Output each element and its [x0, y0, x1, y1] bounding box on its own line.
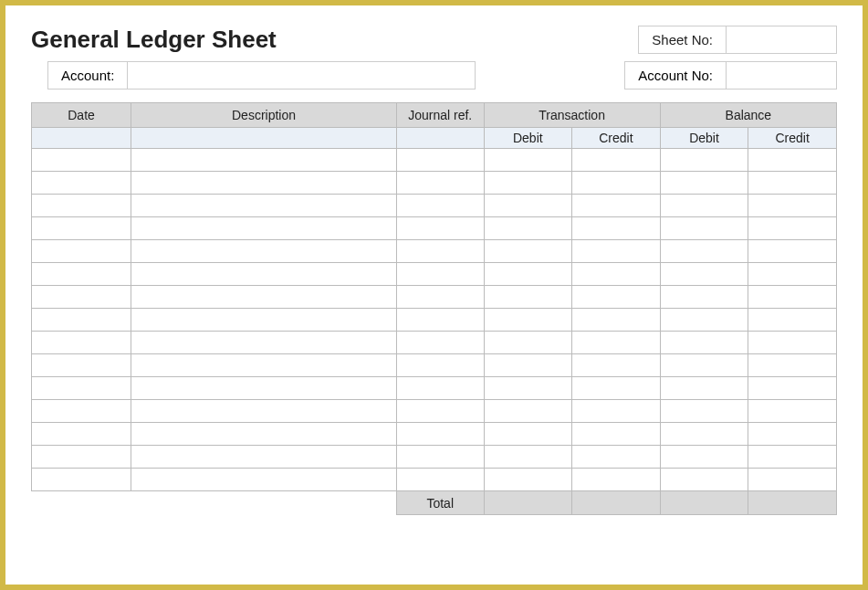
cell-bal_debit[interactable] [660, 263, 748, 286]
cell-journal_ref[interactable] [396, 263, 484, 286]
cell-description[interactable] [131, 195, 397, 217]
cell-date[interactable] [32, 423, 131, 446]
cell-description[interactable] [131, 217, 397, 240]
cell-journal_ref[interactable] [396, 446, 484, 469]
cell-bal_credit[interactable] [748, 240, 837, 263]
cell-bal_credit[interactable] [748, 332, 837, 354]
cell-journal_ref[interactable] [396, 332, 484, 354]
cell-trans_debit[interactable] [484, 400, 572, 423]
cell-description[interactable] [131, 309, 397, 332]
cell-journal_ref[interactable] [396, 286, 484, 309]
cell-journal_ref[interactable] [396, 195, 484, 217]
cell-journal_ref[interactable] [396, 172, 484, 195]
cell-bal_credit[interactable] [748, 217, 837, 240]
cell-date[interactable] [32, 195, 131, 217]
cell-journal_ref[interactable] [396, 400, 484, 423]
cell-bal_credit[interactable] [748, 423, 837, 446]
cell-trans_debit[interactable] [484, 149, 572, 172]
cell-bal_credit[interactable] [748, 309, 837, 332]
cell-description[interactable] [131, 446, 397, 469]
cell-trans_credit[interactable] [572, 263, 661, 286]
cell-trans_credit[interactable] [572, 400, 661, 423]
cell-bal_debit[interactable] [660, 332, 748, 354]
account-no-value[interactable] [727, 62, 836, 89]
cell-date[interactable] [32, 354, 131, 377]
cell-trans_debit[interactable] [484, 240, 572, 263]
cell-trans_debit[interactable] [484, 195, 572, 217]
cell-trans_credit[interactable] [572, 149, 661, 172]
cell-journal_ref[interactable] [396, 149, 484, 172]
cell-bal_debit[interactable] [660, 354, 748, 377]
cell-trans_credit[interactable] [572, 354, 661, 377]
sheet-no-value[interactable] [727, 26, 836, 53]
cell-description[interactable] [131, 423, 397, 446]
cell-bal_credit[interactable] [748, 354, 837, 377]
cell-trans_debit[interactable] [484, 286, 572, 309]
cell-description[interactable] [131, 240, 397, 263]
cell-journal_ref[interactable] [396, 423, 484, 446]
cell-trans_credit[interactable] [572, 286, 661, 309]
cell-bal_credit[interactable] [748, 263, 837, 286]
cell-trans_debit[interactable] [484, 263, 572, 286]
cell-description[interactable] [131, 149, 397, 172]
cell-bal_debit[interactable] [660, 172, 748, 195]
cell-trans_debit[interactable] [484, 217, 572, 240]
cell-bal_debit[interactable] [660, 149, 748, 172]
cell-journal_ref[interactable] [396, 377, 484, 400]
cell-trans_credit[interactable] [572, 195, 661, 217]
account-value[interactable] [128, 62, 475, 89]
cell-date[interactable] [32, 332, 131, 354]
cell-journal_ref[interactable] [396, 354, 484, 377]
cell-trans_debit[interactable] [484, 469, 572, 491]
cell-bal_debit[interactable] [660, 240, 748, 263]
cell-bal_debit[interactable] [660, 446, 748, 469]
cell-date[interactable] [32, 217, 131, 240]
cell-date[interactable] [32, 263, 131, 286]
cell-bal_credit[interactable] [748, 172, 837, 195]
cell-bal_debit[interactable] [660, 286, 748, 309]
cell-trans_credit[interactable] [572, 240, 661, 263]
cell-description[interactable] [131, 377, 397, 400]
cell-date[interactable] [32, 446, 131, 469]
cell-bal_credit[interactable] [748, 286, 837, 309]
cell-description[interactable] [131, 263, 397, 286]
cell-journal_ref[interactable] [396, 240, 484, 263]
cell-bal_credit[interactable] [748, 377, 837, 400]
cell-date[interactable] [32, 469, 131, 491]
cell-bal_credit[interactable] [748, 149, 837, 172]
cell-bal_credit[interactable] [748, 195, 837, 217]
cell-trans_debit[interactable] [484, 309, 572, 332]
cell-journal_ref[interactable] [396, 469, 484, 491]
cell-date[interactable] [32, 286, 131, 309]
cell-bal_debit[interactable] [660, 217, 748, 240]
cell-trans_debit[interactable] [484, 332, 572, 354]
cell-trans_credit[interactable] [572, 217, 661, 240]
cell-bal_credit[interactable] [748, 400, 837, 423]
cell-trans_credit[interactable] [572, 446, 661, 469]
cell-trans_debit[interactable] [484, 446, 572, 469]
cell-trans_credit[interactable] [572, 172, 661, 195]
cell-date[interactable] [32, 400, 131, 423]
cell-journal_ref[interactable] [396, 309, 484, 332]
cell-date[interactable] [32, 309, 131, 332]
cell-description[interactable] [131, 400, 397, 423]
cell-date[interactable] [32, 377, 131, 400]
cell-description[interactable] [131, 172, 397, 195]
cell-description[interactable] [131, 332, 397, 354]
cell-bal_debit[interactable] [660, 195, 748, 217]
cell-bal_credit[interactable] [748, 469, 837, 491]
cell-date[interactable] [32, 149, 131, 172]
cell-trans_debit[interactable] [484, 423, 572, 446]
cell-bal_credit[interactable] [748, 446, 837, 469]
cell-bal_debit[interactable] [660, 400, 748, 423]
cell-bal_debit[interactable] [660, 423, 748, 446]
cell-description[interactable] [131, 286, 397, 309]
cell-description[interactable] [131, 354, 397, 377]
cell-trans_credit[interactable] [572, 377, 661, 400]
cell-trans_debit[interactable] [484, 354, 572, 377]
cell-bal_debit[interactable] [660, 469, 748, 491]
cell-trans_credit[interactable] [572, 309, 661, 332]
cell-bal_debit[interactable] [660, 377, 748, 400]
cell-trans_debit[interactable] [484, 172, 572, 195]
cell-bal_debit[interactable] [660, 309, 748, 332]
